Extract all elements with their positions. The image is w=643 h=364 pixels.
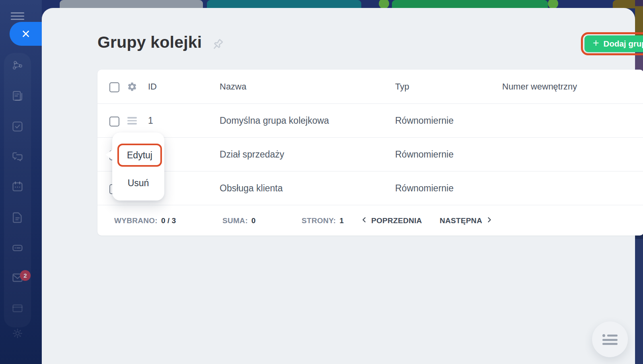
table-footer: WYBRANO: 0 / 3 SUMA: 0 STRONY: 1 POPRZED…: [97, 205, 643, 236]
column-header-internal-number[interactable]: Numer wewnętrzny: [502, 70, 577, 103]
list-view-button[interactable]: [592, 321, 628, 357]
background-leaf: [548, 0, 558, 9]
previous-page-button[interactable]: POPRZEDNIA: [361, 205, 422, 236]
add-group-button[interactable]: + Dodaj grupę: [585, 35, 643, 52]
delete-menu-item[interactable]: Usuń: [112, 174, 164, 192]
background-gray-tab: [60, 0, 203, 8]
menu-icon[interactable]: [11, 12, 24, 20]
cell-name: Dział sprzedaży: [220, 138, 284, 171]
list-icon: [602, 334, 618, 345]
page-title: Grupy kolejki: [97, 33, 202, 52]
tasks-icon[interactable]: [11, 120, 24, 133]
pages-counter: STRONY: 1: [302, 205, 344, 236]
close-icon: [21, 29, 31, 39]
background-green-tab: [392, 0, 548, 8]
share-icon[interactable]: [11, 59, 24, 72]
sum-counter: SUMA: 0: [222, 205, 255, 236]
background-leaf: [379, 0, 389, 9]
row-checkbox[interactable]: [109, 117, 119, 127]
menu-arrow: [105, 150, 113, 160]
column-header-type[interactable]: Typ: [395, 70, 409, 103]
queue-groups-table: ID Nazwa Typ Numer wewnętrzny 1 Domyślna…: [97, 70, 643, 236]
settings-icon[interactable]: [11, 327, 24, 340]
background-teal-tab: [207, 0, 361, 8]
mail-badge: 2: [20, 270, 31, 281]
plus-icon: +: [593, 38, 599, 49]
chevron-right-icon: [486, 216, 493, 225]
table-row[interactable]: Obsługa klienta Równomiernie: [97, 171, 643, 205]
cell-name: Domyślna grupa kolejkowa: [220, 104, 329, 138]
column-header-name[interactable]: Nazwa: [220, 70, 246, 103]
document-icon[interactable]: [11, 211, 24, 224]
row-context-menu: Edytuj Usuń: [112, 132, 164, 200]
notes-icon[interactable]: [11, 90, 24, 103]
cell-type: Równomiernie: [395, 138, 454, 171]
close-button[interactable]: [10, 22, 42, 46]
drive-icon[interactable]: [11, 241, 24, 255]
table-row[interactable]: Dział sprzedaży Równomiernie: [97, 137, 643, 171]
cell-type: Równomiernie: [395, 171, 454, 205]
cell-type: Równomiernie: [395, 104, 454, 138]
next-page-button[interactable]: NASTĘPNA: [440, 205, 493, 236]
calendar-icon[interactable]: [11, 180, 24, 193]
card-icon[interactable]: [11, 302, 24, 315]
select-all-checkbox[interactable]: [109, 82, 119, 92]
chat-icon[interactable]: [11, 150, 24, 164]
app-screen: pr: [0, 0, 643, 364]
table-row[interactable]: 1 Domyślna grupa kolejkowa Równomiernie: [97, 103, 643, 138]
cell-name: Obsługa klienta: [220, 171, 283, 205]
edit-menu-item[interactable]: Edytuj: [117, 144, 162, 167]
gear-icon[interactable]: [127, 82, 137, 92]
pin-icon[interactable]: [210, 37, 225, 52]
selected-counter: WYBRANO: 0 / 3: [114, 205, 176, 236]
column-header-id[interactable]: ID: [148, 70, 157, 103]
chevron-left-icon: [361, 216, 368, 225]
table-header-row: ID Nazwa Typ Numer wewnętrzny: [97, 70, 643, 103]
drag-handle-icon[interactable]: [127, 117, 137, 126]
sidebar: 2: [0, 0, 42, 364]
